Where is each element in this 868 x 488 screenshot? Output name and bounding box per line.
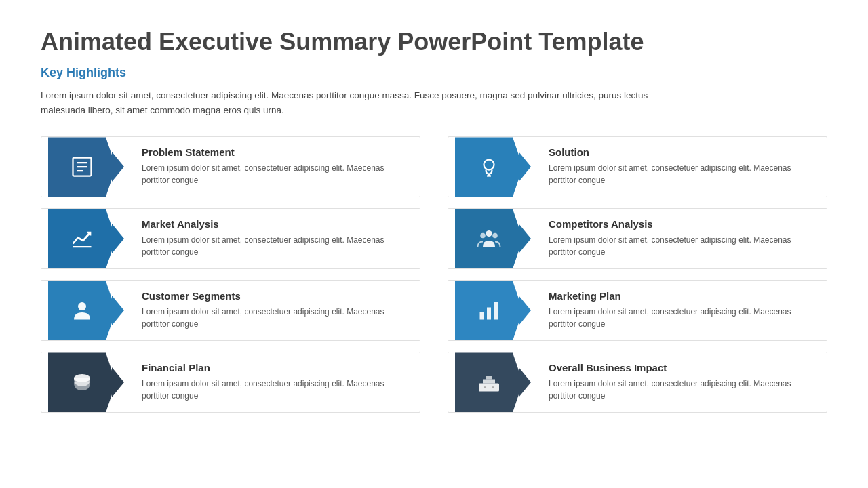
svg-rect-13 bbox=[487, 308, 491, 320]
card-title: Market Analysis bbox=[142, 218, 409, 230]
card-chevron-icon bbox=[112, 296, 124, 325]
card-content: Marketing Plan Lorem ipsum dolor sit ame… bbox=[538, 281, 827, 340]
card-chevron-icon bbox=[519, 296, 531, 325]
card-title: Financial Plan bbox=[142, 362, 409, 373]
card-icon-wrapper bbox=[448, 209, 530, 268]
card-content: Competitors Analysis Lorem ipsum dolor s… bbox=[538, 209, 827, 268]
card-customer-segments: Customer Segments Lorem ipsum dolor sit … bbox=[41, 280, 420, 341]
card-desc: Lorem ipsum dolor sit amet, consectetuer… bbox=[549, 234, 816, 258]
card-icon-wrapper bbox=[41, 137, 123, 197]
card-content: Customer Segments Lorem ipsum dolor sit … bbox=[131, 281, 420, 340]
card-content: Solution Lorem ipsum dolor sit amet, con… bbox=[538, 137, 827, 197]
card-solution: Solution Lorem ipsum dolor sit amet, con… bbox=[448, 136, 827, 197]
card-desc: Lorem ipsum dolor sit amet, consectetuer… bbox=[549, 306, 816, 330]
card-problem-statement: Problem Statement Lorem ipsum dolor sit … bbox=[41, 136, 420, 197]
card-desc: Lorem ipsum dolor sit amet, consectetuer… bbox=[142, 378, 409, 402]
svg-rect-16 bbox=[479, 384, 499, 392]
card-marketing-plan: Marketing Plan Lorem ipsum dolor sit ame… bbox=[448, 280, 827, 341]
card-content: Market Analysis Lorem ipsum dolor sit am… bbox=[131, 209, 420, 268]
svg-point-20 bbox=[484, 386, 486, 388]
card-icon-wrapper bbox=[41, 352, 123, 412]
card-desc: Lorem ipsum dolor sit amet, consectetuer… bbox=[549, 162, 816, 186]
card-chevron-icon bbox=[519, 152, 531, 182]
card-icon-bg bbox=[48, 352, 116, 412]
card-chevron-icon bbox=[519, 224, 531, 253]
svg-point-11 bbox=[78, 302, 86, 310]
card-icon-wrapper bbox=[448, 281, 530, 340]
card-icon-bg bbox=[48, 137, 116, 197]
card-market-analysis: Market Analysis Lorem ipsum dolor sit am… bbox=[41, 208, 420, 269]
card-title: Competitors Analysis bbox=[549, 218, 816, 230]
page-title: Animated Executive Summary PowerPoint Te… bbox=[41, 27, 827, 56]
intro-text: Lorem ipsum dolor sit amet, consectetuer… bbox=[41, 88, 651, 117]
card-chevron-icon bbox=[519, 367, 531, 397]
card-chevron-icon bbox=[112, 367, 124, 397]
svg-rect-18 bbox=[486, 376, 492, 380]
svg-point-10 bbox=[492, 233, 498, 239]
card-chevron-icon bbox=[112, 224, 124, 253]
card-icon-bg bbox=[48, 209, 116, 268]
card-competitors-analysis: Competitors Analysis Lorem ipsum dolor s… bbox=[448, 208, 827, 269]
svg-point-9 bbox=[480, 233, 486, 239]
card-icon-bg bbox=[455, 281, 523, 340]
card-title: Overall Business Impact bbox=[549, 362, 816, 373]
card-desc: Lorem ipsum dolor sit amet, consectetuer… bbox=[142, 306, 409, 330]
card-title: Customer Segments bbox=[142, 290, 409, 302]
card-content: Overall Business Impact Lorem ipsum dolo… bbox=[538, 352, 827, 412]
svg-point-4 bbox=[484, 160, 494, 170]
card-icon-wrapper bbox=[448, 137, 530, 197]
card-title: Problem Statement bbox=[142, 146, 409, 158]
card-desc: Lorem ipsum dolor sit amet, consectetuer… bbox=[549, 378, 816, 402]
svg-rect-12 bbox=[480, 312, 484, 320]
svg-point-8 bbox=[486, 230, 492, 237]
card-title: Solution bbox=[549, 146, 816, 158]
card-icon-wrapper bbox=[41, 209, 123, 268]
section-heading: Key Highlights bbox=[41, 66, 827, 80]
card-chevron-icon bbox=[112, 152, 124, 182]
card-overall-business-impact: Overall Business Impact Lorem ipsum dolo… bbox=[448, 352, 827, 413]
card-content: Financial Plan Lorem ipsum dolor sit ame… bbox=[131, 352, 420, 412]
card-financial-plan: Financial Plan Lorem ipsum dolor sit ame… bbox=[41, 352, 420, 413]
card-icon-bg bbox=[455, 209, 523, 268]
card-icon-wrapper bbox=[448, 352, 530, 412]
card-content: Problem Statement Lorem ipsum dolor sit … bbox=[131, 137, 420, 197]
card-icon-bg bbox=[48, 281, 116, 340]
svg-point-21 bbox=[492, 386, 494, 388]
svg-rect-14 bbox=[494, 302, 498, 320]
card-desc: Lorem ipsum dolor sit amet, consectetuer… bbox=[142, 234, 409, 258]
svg-rect-17 bbox=[483, 380, 495, 384]
card-desc: Lorem ipsum dolor sit amet, consectetuer… bbox=[142, 162, 409, 186]
card-title: Marketing Plan bbox=[549, 290, 816, 302]
card-icon-bg bbox=[455, 137, 523, 197]
card-icon-wrapper bbox=[41, 281, 123, 340]
cards-grid: Problem Statement Lorem ipsum dolor sit … bbox=[41, 136, 827, 413]
card-icon-bg bbox=[455, 352, 523, 412]
